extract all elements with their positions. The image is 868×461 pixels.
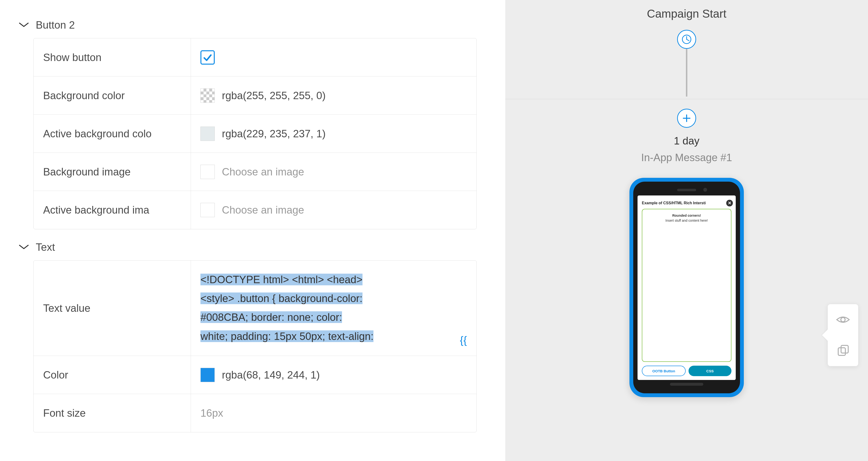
close-icon[interactable]: ✕ [726, 200, 733, 207]
campaign-step: 1 day In-App Message #1 Example of CSS/H… [505, 109, 868, 397]
phone-preview[interactable]: Example of CSS/HTML Rich Intersti ✕ Roun… [629, 178, 744, 397]
floating-toolbar [828, 304, 859, 366]
svg-point-5 [841, 317, 845, 322]
color-swatch[interactable] [200, 368, 215, 382]
row-background-color: Background color rgba(255, 255, 255, 0) [34, 76, 476, 115]
row-active-background-color: Active background colo rgba(229, 235, 23… [34, 115, 476, 153]
bgcolor-swatch[interactable] [200, 88, 215, 103]
text-value-line4: white; padding: 15px 50px; text-align: [200, 330, 373, 342]
row-background-image: Background image Choose an image [34, 153, 476, 191]
modal-body: Rounded corners! Insert stuff and conten… [638, 209, 736, 380]
clock-icon [681, 34, 692, 44]
label-active-bgimage: Active background ima [34, 191, 191, 229]
active-bgcolor-value[interactable]: rgba(229, 235, 237, 1) [222, 128, 326, 140]
font-size-input[interactable]: 16px [200, 407, 223, 419]
rounded-content-box: Rounded corners! Insert stuff and conten… [642, 209, 732, 362]
phone-screen: Example of CSS/HTML Rich Intersti ✕ Roun… [638, 195, 736, 380]
label-bgimage: Background image [34, 153, 191, 191]
button2-properties-table: Show button Background color rgba(255, 2… [33, 38, 477, 229]
section-header-button2[interactable]: Button 2 [19, 19, 477, 31]
label-color: Color [34, 356, 191, 394]
label-text-value: Text value [34, 260, 191, 356]
text-properties-table: Text value <!DOCTYPE html> <html> <head>… [33, 260, 477, 432]
section-header-text[interactable]: Text [19, 241, 477, 253]
phone-bezel: Example of CSS/HTML Rich Intersti ✕ Roun… [633, 182, 740, 393]
text-value-line2: <style> .button { background-color: [200, 293, 363, 304]
section-title: Text [36, 241, 55, 253]
active-bgimage-placeholder[interactable]: Choose an image [222, 204, 304, 216]
label-show-button: Show button [34, 38, 191, 76]
text-value-editor[interactable]: <!DOCTYPE html> <html> <head> <style> .b… [191, 260, 476, 356]
text-value-line1: <!DOCTYPE html> <html> <head> [200, 274, 363, 285]
label-background-color: Background color [34, 76, 191, 115]
phone-speaker [677, 189, 696, 191]
copy-button[interactable] [828, 335, 858, 366]
phone-speaker-row [638, 186, 736, 195]
eye-icon [836, 312, 850, 327]
modal-buttons: OOTB Button CSS [642, 366, 732, 376]
show-button-checkbox[interactable] [200, 50, 215, 65]
section-title: Button 2 [36, 19, 75, 31]
bgcolor-value[interactable]: rgba(255, 255, 255, 0) [222, 90, 326, 101]
campaign-flow [505, 30, 868, 96]
active-bgcolor-swatch[interactable] [200, 127, 215, 141]
copy-icon [836, 343, 850, 358]
body-line2: Insert stuff and content here! [644, 218, 729, 223]
chevron-down-icon [19, 23, 29, 27]
label-font-size: Font size [34, 394, 191, 432]
bgimage-swatch[interactable] [200, 165, 215, 179]
campaign-start-title: Campaign Start [505, 7, 868, 20]
text-value-line3: #008CBA; border: none; color: [200, 311, 342, 323]
message-name-label: In-App Message #1 [641, 152, 732, 163]
phone-camera [703, 188, 707, 192]
row-color: Color rgba(68, 149, 244, 1) [34, 356, 476, 394]
plus-icon [681, 113, 692, 123]
delay-label: 1 day [674, 135, 700, 147]
modal-title: Example of CSS/HTML Rich Intersti [642, 201, 706, 205]
merge-tag-button[interactable]: {{ [460, 334, 467, 346]
svg-line-2 [687, 39, 689, 41]
phone-home-row [638, 382, 736, 387]
row-active-background-image: Active background ima Choose an image [34, 191, 476, 229]
css-button[interactable]: CSS [688, 366, 732, 376]
svg-rect-7 [841, 345, 848, 353]
color-value[interactable]: rgba(68, 149, 244, 1) [222, 369, 320, 381]
row-text-value: Text value <!DOCTYPE html> <html> <head>… [34, 260, 476, 356]
modal-header: Example of CSS/HTML Rich Intersti ✕ [638, 195, 736, 209]
chevron-down-icon [19, 245, 29, 250]
delay-node[interactable] [677, 30, 696, 49]
ootb-button[interactable]: OOTB Button [642, 366, 686, 376]
row-show-button: Show button [34, 38, 476, 76]
row-font-size: Font size 16px [34, 394, 476, 432]
label-active-bgcolor: Active background colo [34, 115, 191, 153]
campaign-canvas: Campaign Start 1 day In-App Message #1 [505, 0, 868, 461]
preview-button[interactable] [828, 304, 858, 335]
properties-panel: Button 2 Show button Background color rg… [0, 0, 505, 461]
flow-connector [686, 49, 687, 96]
toolbar-pointer [822, 330, 828, 341]
svg-rect-6 [838, 348, 845, 356]
body-line1: Rounded corners! [644, 213, 729, 218]
bgimage-placeholder[interactable]: Choose an image [222, 166, 304, 178]
add-step-button[interactable] [677, 109, 696, 128]
active-bgimage-swatch[interactable] [200, 203, 215, 217]
phone-home-indicator [670, 383, 703, 386]
